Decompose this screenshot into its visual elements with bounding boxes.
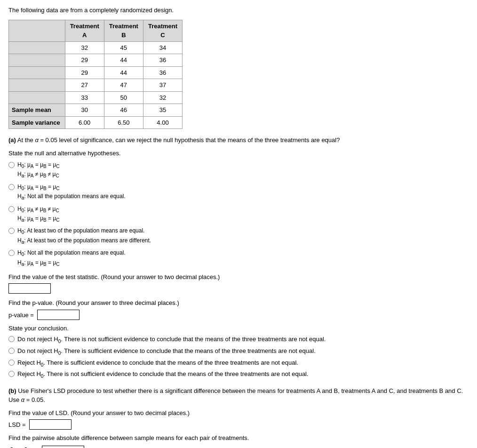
cell-c1: 34 xyxy=(143,41,182,54)
cell-c2: 36 xyxy=(143,54,182,67)
conclusion-label: State your conclusion. xyxy=(8,324,469,333)
pair-ab-input[interactable] xyxy=(42,446,84,448)
test-statistic-input[interactable] xyxy=(8,283,51,294)
cell-b5: 50 xyxy=(104,91,143,104)
hypothesis-radio-5[interactable] xyxy=(8,250,15,256)
state-hypotheses-label: State the null and alternative hypothese… xyxy=(8,149,469,158)
sample-variance-label: Sample variance xyxy=(9,116,65,129)
cell-a4: 27 xyxy=(65,79,104,92)
pairwise-section: Find the pairwise absolute difference be… xyxy=(8,433,469,448)
conclusion-option-4[interactable]: Reject H0. There is not sufficient evide… xyxy=(8,369,469,380)
conclusion-radio-4[interactable] xyxy=(8,371,15,377)
cell-mean-c: 35 xyxy=(143,104,182,117)
table-row-label-3 xyxy=(9,66,65,79)
hypothesis-option-3[interactable]: H0: μA ≠ μB ≠ μC Ha: μA = μB = μC xyxy=(8,205,469,224)
lsd-prefix: LSD = xyxy=(8,421,26,428)
hypothesis-option-2-text: H0: μA = μB = μC Ha: Not all the populat… xyxy=(17,183,126,202)
conclusion-option-3-text: Reject H0. There is sufficient evidence … xyxy=(17,358,298,368)
conclusion-option-3[interactable]: Reject H0. There is sufficient evidence … xyxy=(8,358,469,368)
intro-text: The following data are from a completely… xyxy=(8,6,469,15)
pair-ab-row: |x̄A − x̄B| = xyxy=(8,446,469,448)
table-header-treatment-b: TreatmentB xyxy=(104,20,143,41)
cell-b2: 44 xyxy=(104,54,143,67)
lsd-label: Find the value of LSD. (Round your answe… xyxy=(8,408,469,418)
hypothesis-option-3-text: H0: μA ≠ μB ≠ μC Ha: μA = μB = μC xyxy=(17,205,60,224)
conclusion-option-1[interactable]: Do not reject H0. There is not sufficien… xyxy=(8,335,469,345)
table-row: 27 47 37 xyxy=(9,79,183,92)
part-a-question: (a) At the α = 0.05 level of significanc… xyxy=(8,136,340,144)
cell-b4: 47 xyxy=(104,79,143,92)
table-row-label-1 xyxy=(9,41,65,54)
part-b: (b) Use Fisher's LSD procedure to test w… xyxy=(8,386,469,448)
pair-ab-equals: = xyxy=(35,446,39,448)
hypothesis-radio-3[interactable] xyxy=(8,206,15,212)
conclusion-radio-3[interactable] xyxy=(8,360,15,366)
pvalue-section: Find the p-value. (Round your answer to … xyxy=(8,298,469,320)
table-row-sample-variance: Sample variance 6.00 6.50 4.00 xyxy=(9,116,183,129)
cell-a5: 33 xyxy=(65,91,104,104)
table-row-label-5 xyxy=(9,91,65,104)
hypothesis-option-5[interactable]: H0: Not all the population means are equ… xyxy=(8,248,469,268)
conclusion-option-4-text: Reject H0. There is not sufficient evide… xyxy=(17,369,309,380)
test-statistic-section: Find the value of the test statistic. (R… xyxy=(8,272,469,294)
cell-a3: 29 xyxy=(65,66,104,79)
table-header-treatment-c: TreatmentC xyxy=(143,20,182,41)
cell-var-c: 4.00 xyxy=(143,116,182,129)
hypothesis-option-4[interactable]: H0: At least two of the population means… xyxy=(8,226,469,246)
hypothesis-option-5-text: H0: Not all the population means are equ… xyxy=(17,248,126,268)
table-header-empty xyxy=(9,20,65,41)
lsd-input[interactable] xyxy=(29,419,72,430)
table-row: 32 45 34 xyxy=(9,41,183,54)
part-b-label: (b) xyxy=(8,387,16,394)
cell-c4: 37 xyxy=(143,79,182,92)
cell-c3: 36 xyxy=(143,66,182,79)
cell-var-a: 6.00 xyxy=(65,116,104,129)
hypothesis-option-1-text: H0: μA = μB = μC Ha: μA ≠ μB ≠ μC xyxy=(17,160,60,180)
part-b-question: (b) Use Fisher's LSD procedure to test w… xyxy=(8,386,469,405)
pair-ab-label: |x̄A − x̄B| xyxy=(8,446,32,448)
lsd-section: Find the value of LSD. (Round your answe… xyxy=(8,408,469,430)
table-row: 33 50 32 xyxy=(9,91,183,104)
test-statistic-label: Find the value of the test statistic. (R… xyxy=(8,272,469,282)
cell-c5: 32 xyxy=(143,91,182,104)
table-row-sample-mean: Sample mean 30 46 35 xyxy=(9,104,183,117)
cell-var-b: 6.50 xyxy=(104,116,143,129)
table-row: 29 44 36 xyxy=(9,66,183,79)
cell-mean-b: 46 xyxy=(104,104,143,117)
conclusion-section: State your conclusion. Do not reject H0.… xyxy=(8,324,469,380)
cell-a1: 32 xyxy=(65,41,104,54)
part-a-label: (a) xyxy=(8,136,16,144)
pairwise-label: Find the pairwise absolute difference be… xyxy=(8,433,469,443)
hypothesis-option-1[interactable]: H0: μA = μB = μC Ha: μA ≠ μB ≠ μC xyxy=(8,160,469,180)
cell-b1: 45 xyxy=(104,41,143,54)
conclusion-option-2[interactable]: Do not reject H0. There is sufficient ev… xyxy=(8,346,469,357)
table-row: 29 44 36 xyxy=(9,54,183,67)
pvalue-input[interactable] xyxy=(37,310,80,320)
sample-mean-label: Sample mean xyxy=(9,104,65,117)
table-row-label-4 xyxy=(9,79,65,92)
data-table: TreatmentA TreatmentB TreatmentC 32 45 3… xyxy=(8,20,183,129)
cell-mean-a: 30 xyxy=(65,104,104,117)
table-row-label-2 xyxy=(9,54,65,67)
cell-a2: 29 xyxy=(65,54,104,67)
hypothesis-option-2[interactable]: H0: μA = μB = μC Ha: Not all the populat… xyxy=(8,183,469,202)
conclusion-radio-2[interactable] xyxy=(8,348,15,354)
state-hypotheses-text: State the null and alternative hypothese… xyxy=(8,150,121,157)
pvalue-label: Find the p-value. (Round your answer to … xyxy=(8,298,469,308)
conclusion-option-1-text: Do not reject H0. There is not sufficien… xyxy=(17,335,326,345)
hypothesis-radio-4[interactable] xyxy=(8,228,15,234)
table-header-treatment-a: TreatmentA xyxy=(65,20,104,41)
hypothesis-option-4-text: H0: At least two of the population means… xyxy=(17,226,151,246)
pvalue-prefix: p-value = xyxy=(8,311,34,318)
cell-b3: 44 xyxy=(104,66,143,79)
hypothesis-radio-1[interactable] xyxy=(8,162,15,168)
conclusion-radio-1[interactable] xyxy=(8,336,15,342)
hypothesis-radio-2[interactable] xyxy=(8,184,15,190)
conclusion-option-2-text: Do not reject H0. There is sufficient ev… xyxy=(17,346,316,357)
part-a: (a) At the α = 0.05 level of significanc… xyxy=(8,136,469,380)
